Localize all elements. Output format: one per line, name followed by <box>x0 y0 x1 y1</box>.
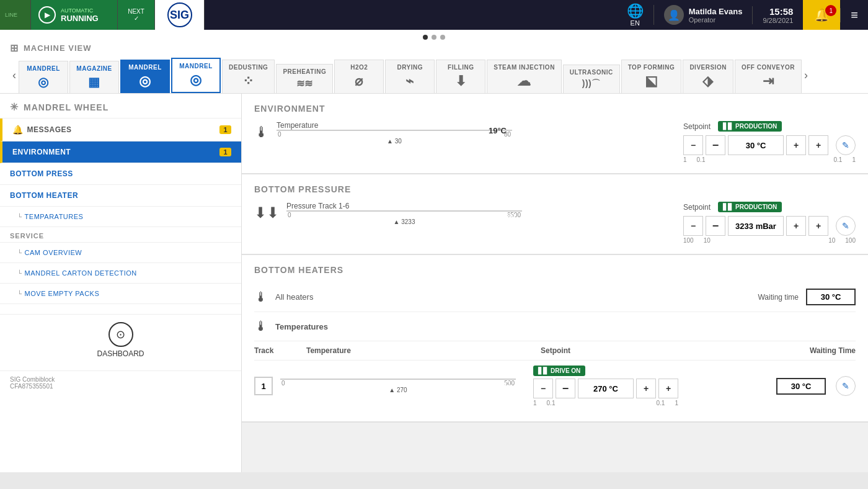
notification-bell[interactable]: 🔔 1 <box>803 0 840 30</box>
env-ctrl-steps: 1 0.1 0.1 1 <box>683 156 856 163</box>
tab-steam-label: STEAM INJECTION <box>494 64 555 71</box>
pressure-setpoint-group: Setpoint ▋▊ PRODUCTION − − 3233 mBar + +… <box>683 202 856 244</box>
env-setpoint-group: Setpoint ▋▊ PRODUCTION − − 30 °C + + ✎ <box>683 121 856 163</box>
tab-h2o2[interactable]: H2O2 ⌀ <box>334 60 384 93</box>
tstep-3: 0.1 <box>657 400 665 406</box>
sub-arrow-cam: └ <box>17 249 22 256</box>
menu-button[interactable]: ≡ <box>840 8 868 22</box>
tab-mandrel3[interactable]: MANDREL ◎ <box>171 58 221 93</box>
tab-steam-injection[interactable]: STEAM INJECTION ☁ <box>487 60 562 93</box>
dashboard-icon: ⊙ <box>108 322 133 347</box>
tab-diversion-label: DIVERSION <box>689 64 727 71</box>
track-header-waiting: Waiting Time <box>810 346 856 355</box>
messages-badge: 1 <box>219 125 231 134</box>
user-info: 👤 Matilda Evans Operator <box>653 5 753 25</box>
step-3: 0.1 <box>834 156 843 163</box>
tab-mandrel1-icon: ◎ <box>38 74 49 89</box>
dashboard-button[interactable]: ⊙ DASHBOARD <box>0 314 241 366</box>
track1-decrease-small[interactable]: − <box>556 379 575 398</box>
sidebar-item-bottom-heater[interactable]: BOTTOM HEATER <box>0 185 241 207</box>
sig-logo: SIG <box>167 2 192 27</box>
play-button[interactable]: ▶ <box>38 6 56 24</box>
pressure-increase-large[interactable]: + <box>808 216 828 236</box>
environment-section: ENVIRONMENT 🌡 Temperature 19°C 0 <box>242 94 868 174</box>
dot-1[interactable] <box>423 35 428 40</box>
dot-3[interactable] <box>440 35 445 40</box>
tab-mandrel1[interactable]: MANDREL ◎ <box>19 61 68 93</box>
track-header-track: Track <box>254 346 280 355</box>
language-selector[interactable]: 🌐 EN <box>617 3 653 27</box>
env-decrease-small[interactable]: − <box>706 135 725 155</box>
temps-thermo-icon: 🌡 <box>254 318 268 334</box>
setpoint-label-env: Setpoint <box>683 122 711 131</box>
tab-off-conveyor-label: OFF CONVEYOR <box>742 64 795 71</box>
tab-drying-icon: ⌁ <box>405 73 414 89</box>
sidebar-item-messages[interactable]: 🔔 MESSAGES 1 <box>0 119 241 141</box>
track1-marker: ▲ 270 <box>389 387 407 393</box>
track1-increase-large[interactable]: + <box>658 379 678 398</box>
env-edit-button[interactable]: ✎ <box>836 135 856 155</box>
drive-on-badge: ▋▊ DRIVE ON <box>533 366 585 376</box>
menu-icon: ≡ <box>851 8 858 22</box>
track1-edit-button[interactable]: ✎ <box>836 376 856 396</box>
drive-on-chart-icon: ▋▊ <box>538 367 548 374</box>
env-increase-small[interactable]: + <box>786 135 806 155</box>
line-indicator: LINE <box>0 0 31 30</box>
tab-dedusting[interactable]: DEDUSTING ⁘ <box>222 60 275 93</box>
sidebar-item-cam-overview[interactable]: └ CAM OVERVIEW <box>0 243 241 263</box>
pressure-decrease-small[interactable]: − <box>706 216 725 236</box>
track1-increase-small[interactable]: + <box>636 379 656 398</box>
track1-setpoint-group: ▋▊ DRIVE ON − − 270 °C + + 1 0.1 <box>533 366 678 406</box>
tab-top-forming[interactable]: TOP FORMING ⬕ <box>621 60 682 93</box>
temp-gauge-wrapper: 19°C 0 80 ▲ 30 <box>277 130 512 145</box>
pstep-4: 100 <box>845 237 856 244</box>
tab-dedusting-label: DEDUSTING <box>229 64 268 71</box>
pressure-increase-small[interactable]: + <box>786 216 806 236</box>
date-value: 9/28/2021 <box>763 17 793 24</box>
track-header-row: Track Temperature Setpoint Waiting Time <box>254 341 856 361</box>
tab-diversion-icon: ⬗ <box>702 73 714 89</box>
env-decrease-large[interactable]: − <box>683 135 703 155</box>
track1-num: 1 <box>254 377 273 395</box>
machine-view-section: ⊞ MACHINE VIEW ‹ MANDREL ◎ MAGAZINE ▦ MA… <box>0 30 868 94</box>
tab-magazine[interactable]: MAGAZINE ▦ <box>69 61 119 93</box>
pressure-ctrl-steps: 100 10 10 100 <box>683 237 856 244</box>
tab-drying[interactable]: DRYING ⌁ <box>385 60 435 93</box>
tstep-2: 0.1 <box>547 400 556 406</box>
sidebar-item-environment[interactable]: ENVIRONMENT 1 <box>0 141 241 163</box>
status-running: ▶ AUTOMATIC RUNNING <box>31 0 118 30</box>
tab-mandrel2[interactable]: MANDREL ◎ <box>120 60 170 93</box>
pressure-row: ⬇⬇ Pressure Track 1-6 3233mBar 0 <box>254 202 856 244</box>
sidebar-item-temperatures[interactable]: └ TEMPARATURES <box>0 207 241 227</box>
tab-nav-prev[interactable]: ‹ <box>10 69 19 82</box>
tab-diversion[interactable]: DIVERSION ⬗ <box>683 60 733 93</box>
sidebar-item-bottom-press[interactable]: BOTTOM PRESS <box>0 163 241 185</box>
pstep-3: 10 <box>828 237 835 244</box>
tab-preheating-icon: ≋≋ <box>296 78 313 89</box>
tab-preheating[interactable]: PREHEATING ≋≋ <box>276 64 333 93</box>
bar-chart-icon-env: ▋▊ <box>723 123 733 130</box>
tab-filling-label: FILLING <box>448 64 474 71</box>
temperatures-bold-label: Temperatures <box>275 322 856 331</box>
pressure-setpoint-value: 3233 mBar <box>728 216 784 236</box>
tab-mandrel2-label: MANDREL <box>128 64 162 71</box>
tstep-4: 1 <box>675 400 678 406</box>
bell-badge: 1 <box>825 5 836 16</box>
track-header-setpoint: Setpoint <box>541 346 677 355</box>
tab-h2o2-label: H2O2 <box>350 64 368 71</box>
sub-arrow-temperatures: └ <box>17 213 22 220</box>
dot-2[interactable] <box>432 35 436 40</box>
tab-filling[interactable]: FILLING ⬇ <box>436 60 485 93</box>
running-text: AUTOMATIC RUNNING <box>61 7 99 23</box>
env-increase-large[interactable]: + <box>808 135 828 155</box>
tab-off-conveyor[interactable]: OFF CONVEYOR ⇥ <box>735 60 802 93</box>
tab-ultrasonic-icon: )))⌒ <box>582 78 601 89</box>
sidebar-item-move-empty[interactable]: └ MOVE EMPTY PACKS <box>0 284 241 304</box>
pressure-edit-button[interactable]: ✎ <box>836 216 856 236</box>
pressure-decrease-large[interactable]: − <box>683 216 703 236</box>
tab-nav-next[interactable]: › <box>802 69 810 82</box>
track1-decrease-large[interactable]: − <box>533 379 553 398</box>
tab-ultrasonic-label: ULTRASONIC <box>570 69 613 76</box>
tab-ultrasonic[interactable]: ULTRASONIC )))⌒ <box>563 65 620 93</box>
sidebar-item-mandrel-carton[interactable]: └ MANDREL CARTON DETECTION <box>0 263 241 284</box>
